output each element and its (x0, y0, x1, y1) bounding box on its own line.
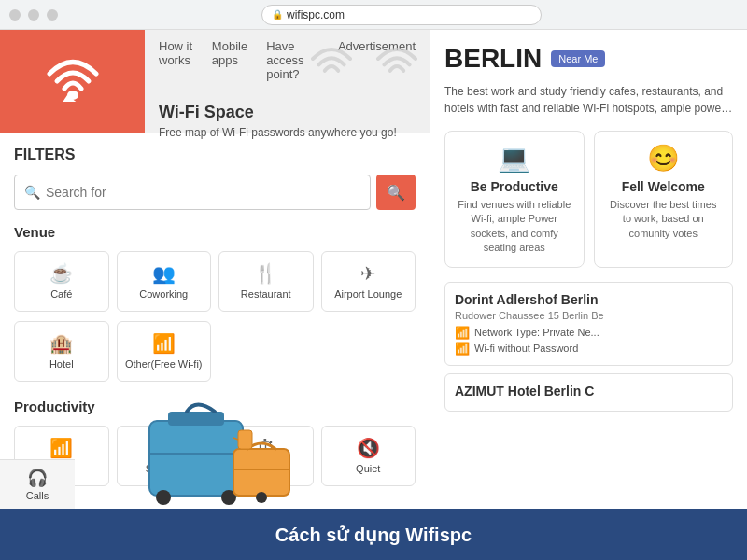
wifi-logo (45, 55, 101, 107)
browser-refresh[interactable] (47, 9, 58, 21)
browser-back[interactable] (9, 9, 21, 21)
sidebar-calls[interactable]: 🎧 Calls (0, 459, 75, 509)
page-content: How it works Mobile apps Have access poi… (0, 30, 747, 560)
airport-icon: ✈ (360, 262, 376, 285)
hotel-cards: Dorint Adlershof Berlin Rudower Chaussee… (444, 282, 733, 412)
hotel-network-row: 📶 Network Type: Private Ne... (455, 326, 723, 340)
quiet-label: Quiet (356, 463, 380, 475)
hotel-wifi-icon-1: 📶 (455, 326, 470, 340)
site-header: How it works Mobile apps Have access poi… (0, 30, 430, 133)
productivity-quiet[interactable]: 🔇 Quiet (321, 426, 416, 486)
coworking-label: Coworking (139, 288, 188, 301)
venue-section-title: Venue (14, 224, 416, 240)
venue-grid-row1: ☕ Café 👥 Coworking 🍴 Restaurant ✈ Airpor… (14, 251, 416, 312)
hotel-card-dorint[interactable]: Dorint Adlershof Berlin Rudower Chaussee… (444, 282, 733, 366)
restaurant-label: Restaurant (241, 288, 291, 301)
address-bar[interactable]: 🔒 wifispc.com (261, 5, 542, 25)
hotel-wifi-icon-2: 📶 (455, 342, 470, 356)
brand-name: Wi-Fi Space (159, 103, 416, 122)
svg-rect-1 (149, 421, 243, 496)
restaurant-icon: 🍴 (254, 262, 277, 285)
feature-title-2: Fell Welcome (606, 179, 722, 194)
venue-coworking[interactable]: 👥 Coworking (117, 251, 212, 312)
brand-info: Wi-Fi Space Free map of Wi-Fi passwords … (145, 91, 430, 150)
airport-label: Airport Lounge (334, 288, 402, 301)
hotel-wifi-status-1: Wi-fi without Password (474, 343, 578, 354)
cafe-icon: ☕ (49, 262, 73, 285)
hotel-network-1: Network Type: Private Ne... (474, 327, 599, 338)
browser-bar: 🔒 wifispc.com (0, 0, 747, 30)
nav-how-it-works[interactable]: How it works (159, 39, 193, 81)
svg-rect-9 (238, 430, 252, 449)
search-input-wrap[interactable]: 🔍 (14, 175, 371, 210)
city-description: The best work and study friendly cafes, … (444, 83, 733, 117)
city-name: BERLIN (444, 44, 542, 74)
city-header: BERLIN Near Me (444, 44, 733, 74)
bottom-banner-text: Cách sử dụng Wifispc (275, 524, 472, 546)
feature-title-1: Be Productive (457, 179, 572, 194)
other-wifi-label: Other(Free Wi-fi) (125, 358, 203, 371)
hotel-name-2: AZIMUT Hotel Berlin C (455, 384, 723, 399)
browser-forward[interactable] (28, 9, 39, 21)
hotel-addr-1: Rudower Chaussee 15 Berlin Be (455, 310, 723, 321)
wifi-arc-icon (45, 55, 101, 107)
svg-rect-2 (168, 412, 224, 426)
hotel-info-1: 📶 Network Type: Private Ne... 📶 Wi-fi wi… (455, 326, 723, 356)
venue-other-wifi[interactable]: 📶 Other(Free Wi-fi) (117, 321, 212, 382)
luggage-illustration (121, 402, 308, 509)
brand-tagline: Free map of Wi-Fi passwords anywhere you… (159, 126, 416, 139)
right-panel: BERLIN Near Me The best work and study f… (430, 30, 747, 560)
near-me-badge[interactable]: Near Me (551, 50, 605, 67)
venue-cafe[interactable]: ☕ Café (14, 251, 109, 312)
hotel-label: Hotel (49, 358, 74, 371)
venue-hotel[interactable]: 🏨 Hotel (14, 321, 109, 382)
svg-point-4 (156, 490, 171, 505)
logo-area (0, 30, 145, 133)
hotel-name-1: Dorint Adlershof Berlin (455, 292, 723, 307)
wifi-icon: 📶 (49, 437, 73, 459)
wifi-decorations (308, 44, 420, 90)
smile-icon: 😊 (606, 143, 722, 174)
search-bar: 🔍 🔍 (14, 175, 416, 210)
hotel-card-azimut[interactable]: AZIMUT Hotel Berlin C (444, 373, 733, 412)
coworking-icon: 👥 (152, 262, 176, 285)
hotel-icon: 🏨 (49, 332, 73, 355)
venue-airport-lounge[interactable]: ✈ Airport Lounge (321, 251, 416, 312)
wifi-deco-2 (374, 44, 420, 90)
venue-restaurant[interactable]: 🍴 Restaurant (218, 251, 314, 312)
feature-card-welcome: 😊 Fell Welcome Discover the best times t… (594, 131, 734, 268)
search-button[interactable]: 🔍 (376, 175, 416, 210)
venue-grid-row2: 🏨 Hotel 📶 Other(Free Wi-fi) (14, 321, 416, 382)
feature-card-productive: 💻 Be Productive Find venues with reliabl… (444, 131, 585, 268)
url-text: wifispc.com (287, 8, 345, 21)
bottom-banner: Cách sử dụng Wifispc (0, 509, 747, 560)
hotel-wifi-row: 📶 Wi-fi without Password (455, 342, 723, 356)
laptop-icon: 💻 (457, 143, 572, 174)
quiet-icon: 🔇 (357, 437, 380, 459)
nav-mobile-apps[interactable]: Mobile apps (212, 39, 247, 81)
feature-cards: 💻 Be Productive Find venues with reliabl… (444, 131, 733, 268)
feature-desc-2: Discover the best times to work, based o… (606, 198, 722, 241)
search-input[interactable] (46, 185, 360, 200)
svg-point-8 (256, 492, 267, 503)
svg-rect-6 (233, 449, 289, 496)
calls-label: Calls (26, 490, 49, 501)
lock-icon: 🔒 (272, 9, 283, 20)
cafe-label: Café (50, 288, 72, 301)
feature-desc-1: Find venues with reliable Wi-fi, ample P… (457, 198, 572, 256)
calls-icon: 🎧 (27, 468, 48, 488)
wifi-deco-1 (308, 44, 355, 90)
search-icon: 🔍 (24, 185, 40, 200)
other-wifi-icon: 📶 (152, 332, 176, 355)
